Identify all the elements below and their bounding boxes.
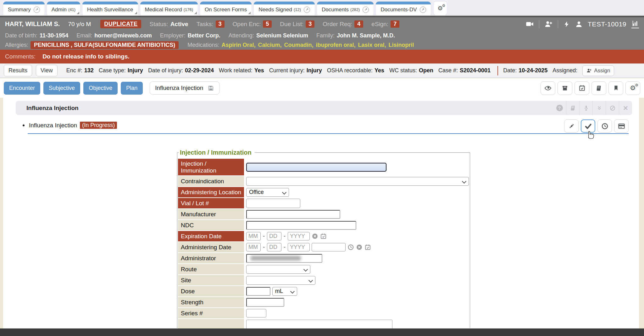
eye-icon bbox=[544, 85, 552, 92]
patient-age-sex: 70 y/o M bbox=[68, 21, 91, 28]
series-number-input[interactable] bbox=[246, 309, 266, 317]
esign-counter[interactable]: eSign: 7 bbox=[371, 20, 399, 28]
disable-button[interactable] bbox=[606, 101, 619, 115]
clear-date-icon[interactable] bbox=[312, 233, 318, 240]
add-person-icon[interactable] bbox=[544, 20, 553, 28]
medication-link[interactable]: Aspirin Oral, bbox=[221, 42, 255, 48]
close-button[interactable] bbox=[619, 101, 632, 115]
tab-admin[interactable]: Admin (41) bbox=[47, 2, 80, 15]
expiration-year-input[interactable] bbox=[288, 232, 310, 240]
bookmark-button[interactable] bbox=[608, 81, 623, 95]
tasks-counter[interactable]: Tasks: 3 bbox=[197, 20, 225, 28]
expiration-day-input[interactable] bbox=[267, 232, 281, 240]
medication-link[interactable]: Coumadin, bbox=[284, 42, 313, 48]
duplicate-badge[interactable]: DUPLICATE bbox=[100, 20, 141, 28]
route-select[interactable] bbox=[246, 265, 310, 274]
dose-unit-select[interactable]: mL bbox=[272, 287, 297, 296]
administering-location-select[interactable]: Office bbox=[246, 188, 289, 197]
tasks-count-badge[interactable]: 3 bbox=[216, 20, 225, 28]
calendar-button[interactable] bbox=[575, 81, 589, 95]
administrator-input[interactable] bbox=[246, 254, 322, 263]
osha-recordable: OSHA recordable:Yes bbox=[327, 67, 384, 74]
administering-day-input[interactable] bbox=[267, 243, 281, 251]
work-related: Work related:Yes bbox=[219, 67, 264, 74]
help-button[interactable] bbox=[553, 101, 566, 115]
close-icon bbox=[623, 104, 628, 112]
tab-documents-dv[interactable]: Documents-DV bbox=[376, 2, 430, 15]
administering-year-input[interactable] bbox=[288, 243, 310, 251]
calendar-picker-icon[interactable] bbox=[320, 233, 327, 240]
plan-button[interactable]: Plan bbox=[121, 82, 143, 95]
site-select[interactable] bbox=[246, 276, 315, 285]
open-enc-counter[interactable]: Open Enc: 5 bbox=[233, 20, 272, 28]
medication-link[interactable]: ibuprofen oral, bbox=[316, 42, 355, 48]
manufacturer-input[interactable] bbox=[246, 210, 340, 219]
tab-needs-signed[interactable]: Needs Signed (12) bbox=[254, 2, 315, 15]
administering-time-input[interactable] bbox=[312, 243, 346, 251]
tab-health-surveillance[interactable]: Health Surveillance bbox=[82, 2, 138, 15]
lightning-icon[interactable] bbox=[563, 20, 570, 28]
chart-tab-bar: Summary Admin (41) Health Surveillance M… bbox=[0, 0, 644, 15]
dictation-button[interactable] bbox=[579, 101, 592, 115]
current-time-icon[interactable] bbox=[347, 244, 354, 251]
video-call-icon[interactable] bbox=[525, 20, 534, 28]
esign-count-badge[interactable]: 7 bbox=[391, 20, 399, 28]
expiration-month-input[interactable] bbox=[246, 232, 261, 240]
edit-note-button[interactable] bbox=[564, 119, 579, 133]
allergies-badge[interactable]: PENICILLINS , SULFA(SULFONAMIDE ANTIBIOT… bbox=[31, 41, 179, 49]
open-enc-count-badge[interactable]: 5 bbox=[263, 20, 272, 28]
note-history-button[interactable] bbox=[597, 119, 612, 133]
order-req-count-badge[interactable]: 4 bbox=[354, 20, 363, 28]
form-row-series: Series # bbox=[178, 308, 470, 318]
bottom-bar bbox=[0, 328, 644, 336]
knowledge-base-button[interactable] bbox=[566, 101, 579, 115]
clear-date-icon[interactable] bbox=[356, 244, 363, 251]
reference-book-button[interactable] bbox=[591, 81, 606, 95]
strength-input[interactable] bbox=[246, 298, 284, 307]
due-list-counter[interactable]: Due List: 3 bbox=[280, 20, 314, 28]
results-button[interactable]: Results bbox=[4, 65, 32, 76]
bullet-dot bbox=[23, 124, 25, 126]
encounter-button[interactable]: Encounter bbox=[4, 82, 40, 95]
administering-month-input[interactable] bbox=[246, 243, 261, 251]
tab-summary[interactable]: Summary bbox=[3, 2, 45, 15]
dob-value: 11-30-1954 bbox=[40, 32, 68, 39]
vial-lot-input[interactable] bbox=[246, 199, 300, 208]
person-icon[interactable] bbox=[575, 20, 583, 28]
due-list-count-badge[interactable]: 3 bbox=[306, 20, 314, 28]
divider bbox=[539, 20, 539, 28]
external-link-icon bbox=[363, 7, 369, 13]
order-req-counter[interactable]: Order Req: 4 bbox=[323, 20, 363, 28]
book-icon bbox=[570, 105, 576, 111]
tab-on-screen-forms[interactable]: On Screen Forms bbox=[200, 2, 252, 15]
objective-button[interactable]: Objective bbox=[83, 82, 118, 95]
assign-button[interactable]: Assign bbox=[582, 65, 614, 76]
calendar-picker-icon[interactable] bbox=[364, 244, 371, 251]
pencil-icon bbox=[568, 123, 575, 129]
archive-button[interactable] bbox=[558, 81, 572, 95]
tab-settings-button[interactable] bbox=[434, 2, 447, 15]
dose-input[interactable] bbox=[246, 287, 270, 296]
tab-medical-record[interactable]: Medical Record (176) bbox=[140, 2, 198, 15]
ndc-input[interactable] bbox=[246, 221, 356, 230]
chart-icon[interactable] bbox=[631, 20, 639, 28]
view-button[interactable]: View bbox=[36, 65, 58, 76]
subjective-button[interactable]: Subjective bbox=[43, 82, 80, 95]
case-type: Case type:Injury bbox=[99, 67, 143, 74]
billing-button[interactable] bbox=[614, 119, 629, 133]
injection-immunization-input[interactable] bbox=[246, 163, 386, 172]
settings-button[interactable] bbox=[625, 81, 640, 95]
save-icon[interactable] bbox=[208, 85, 214, 91]
section-header: Influenza Injection bbox=[16, 101, 632, 115]
medication-link[interactable]: Lisinopril bbox=[389, 42, 414, 48]
collapse-button[interactable] bbox=[592, 101, 606, 115]
double-chevron-down-icon bbox=[596, 105, 602, 111]
medication-link[interactable]: Lasix oral, bbox=[358, 42, 386, 48]
contraindication-select[interactable] bbox=[246, 177, 469, 186]
view-visibility-button[interactable] bbox=[541, 81, 555, 95]
note-tab-influenza-injection[interactable]: Influenza Injection bbox=[150, 81, 219, 95]
form-row-strength: Strength bbox=[178, 297, 470, 307]
medication-link[interactable]: Calcium, bbox=[258, 42, 281, 48]
tab-documents[interactable]: Documents (282) bbox=[317, 2, 374, 15]
note-item-title: Influenza Injection bbox=[29, 122, 77, 129]
